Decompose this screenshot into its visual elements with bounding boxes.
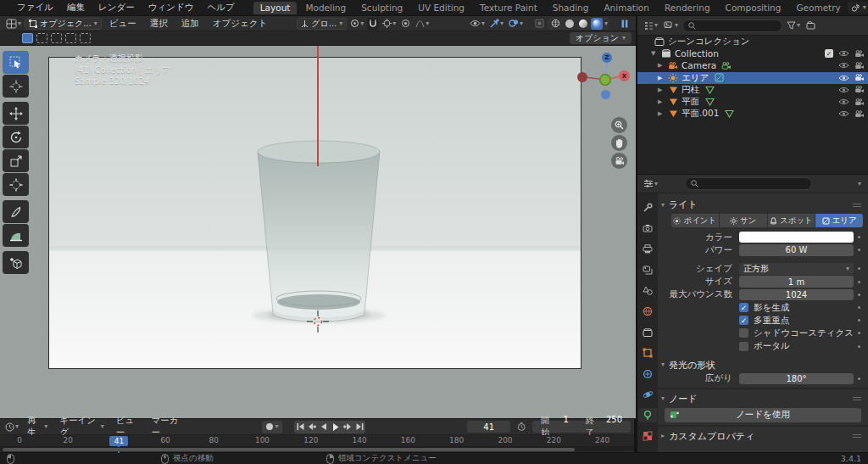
tab-view-layer[interactable] bbox=[638, 263, 657, 277]
render-visibility-icon[interactable] bbox=[854, 74, 865, 81]
tool-rotate[interactable] bbox=[3, 126, 29, 148]
new-collection-button[interactable] bbox=[804, 20, 817, 31]
caustics-checkbox[interactable] bbox=[739, 328, 748, 338]
hide-eye-icon[interactable] bbox=[838, 50, 849, 57]
snap-toggle[interactable] bbox=[367, 18, 379, 30]
menu-window[interactable]: ウィンドウ bbox=[142, 2, 201, 14]
use-nodes-button[interactable]: ノードを使用 bbox=[665, 408, 861, 422]
tab-geometry-nodes[interactable]: Geometry bbox=[789, 2, 847, 14]
tab-object[interactable] bbox=[638, 346, 657, 361]
outliner-filter[interactable]: ▾ bbox=[785, 20, 802, 31]
transform-orientation-dropdown[interactable]: グロ... ▾ bbox=[297, 18, 347, 30]
tool-add-cube[interactable] bbox=[3, 251, 29, 274]
tab-output[interactable] bbox=[638, 242, 657, 256]
tab-shading[interactable]: Shading bbox=[546, 2, 596, 14]
select-mode-extend[interactable] bbox=[36, 33, 47, 43]
axis-x-positive[interactable]: X bbox=[619, 70, 630, 81]
playhead[interactable]: 41 bbox=[109, 436, 128, 447]
gizmos-toggle[interactable]: ▾ bbox=[488, 18, 505, 30]
light-type-sun[interactable]: サン bbox=[720, 214, 767, 227]
pan-hand-button[interactable] bbox=[611, 135, 627, 151]
timeline-editor-type[interactable]: ▾ bbox=[3, 421, 20, 433]
play-button[interactable] bbox=[330, 421, 342, 433]
tool-options-button[interactable]: オプション ▾ bbox=[570, 32, 632, 44]
menu-object[interactable]: オブジェクト bbox=[207, 18, 273, 30]
outliner-filter-id[interactable]: ▾ bbox=[662, 20, 680, 31]
show-object-types-dropdown[interactable]: ▾ bbox=[468, 18, 487, 30]
tab-physics[interactable] bbox=[638, 388, 657, 402]
size-slider[interactable]: 1 m bbox=[739, 276, 854, 288]
tab-sculpting[interactable]: Sculpting bbox=[354, 2, 409, 14]
shading-rendered[interactable] bbox=[591, 18, 603, 30]
viewport-canvas[interactable]: カメラ・透視投影 (41) Collection | エリア Sample 32… bbox=[0, 46, 636, 418]
custom-properties-header[interactable]: ▸ カスタムプロパティ bbox=[661, 429, 865, 444]
menu-view[interactable]: ビュー bbox=[103, 18, 142, 30]
color-swatch[interactable] bbox=[739, 232, 854, 243]
tab-texture-paint[interactable]: Texture Paint bbox=[473, 2, 544, 14]
menu-select[interactable]: 選択 bbox=[144, 18, 174, 30]
select-mode-intersect[interactable] bbox=[80, 33, 91, 43]
tab-rendering[interactable]: Rendering bbox=[658, 2, 717, 14]
shading-wireframe[interactable] bbox=[549, 18, 562, 30]
animate-dot[interactable] bbox=[854, 306, 865, 309]
xray-toggle[interactable] bbox=[533, 18, 546, 30]
properties-search-input[interactable] bbox=[685, 177, 812, 190]
outliner-display-mode[interactable]: ▾ bbox=[642, 20, 659, 31]
beam-panel-header[interactable]: ▾ 発光の形状 bbox=[661, 358, 865, 372]
light-panel-header[interactable]: ▾ ライト bbox=[661, 198, 865, 212]
animate-dot[interactable] bbox=[854, 281, 865, 283]
outliner-row-area-light[interactable]: ▶ エリア bbox=[637, 72, 868, 84]
tab-world[interactable] bbox=[638, 305, 657, 319]
tab-animation[interactable]: Animation bbox=[597, 2, 656, 14]
play-reverse-button[interactable] bbox=[318, 421, 330, 433]
next-keyframe-button[interactable] bbox=[342, 421, 353, 433]
menu-add[interactable]: 追加 bbox=[175, 18, 205, 30]
outliner-row-cylinder[interactable]: ▶ 円柱 bbox=[637, 84, 868, 96]
mode-dropdown[interactable]: オブジェク... ▾ bbox=[25, 18, 102, 30]
spread-slider[interactable]: 180° bbox=[739, 373, 854, 385]
render-pause-button[interactable] bbox=[620, 18, 630, 30]
axis-y-negative[interactable] bbox=[599, 74, 611, 86]
select-mode-invert[interactable] bbox=[65, 33, 76, 43]
tab-tool[interactable] bbox=[638, 200, 657, 215]
hide-eye-icon[interactable] bbox=[838, 75, 849, 81]
animate-dot[interactable] bbox=[854, 293, 865, 296]
current-frame-field[interactable]: 41 bbox=[467, 421, 509, 433]
pivot-point-dropdown[interactable]: ▾ bbox=[348, 18, 365, 30]
menu-render[interactable]: レンダー bbox=[92, 2, 142, 14]
outliner-row-plane-001[interactable]: ▶ 平面.001 bbox=[637, 108, 868, 120]
shading-solid[interactable] bbox=[564, 18, 576, 30]
animate-dot[interactable] bbox=[854, 249, 865, 251]
animate-dot[interactable] bbox=[854, 267, 865, 270]
light-type-spot[interactable]: スポット bbox=[768, 214, 815, 227]
expand-arrow[interactable]: ▶ bbox=[658, 87, 667, 93]
expand-arrow[interactable]: ▶ bbox=[658, 62, 667, 69]
tab-collection[interactable] bbox=[638, 325, 657, 339]
tool-cursor[interactable] bbox=[3, 75, 29, 98]
render-visibility-icon[interactable] bbox=[854, 50, 865, 58]
tab-modeling[interactable]: Modeling bbox=[298, 2, 353, 14]
overlays-toggle[interactable]: ▾ bbox=[507, 18, 525, 30]
menu-help[interactable]: ヘルプ bbox=[200, 2, 241, 14]
portal-checkbox[interactable] bbox=[739, 342, 748, 351]
outliner-row-camera[interactable]: ▶ Camera bbox=[637, 59, 868, 71]
render-visibility-icon[interactable] bbox=[854, 110, 865, 118]
proportional-edit-toggle[interactable] bbox=[399, 18, 412, 30]
tool-select-box[interactable] bbox=[3, 51, 29, 74]
shape-dropdown[interactable]: 正方形▾ bbox=[739, 263, 854, 275]
expand-arrow[interactable]: ▼ bbox=[651, 50, 660, 57]
hide-eye-icon[interactable] bbox=[838, 62, 849, 69]
timeline-scrollbar[interactable] bbox=[0, 447, 634, 451]
properties-options-chevron[interactable]: ▾ bbox=[858, 181, 861, 187]
tool-move[interactable] bbox=[3, 102, 29, 125]
mis-checkbox[interactable]: ✓ bbox=[739, 316, 748, 325]
collection-checkbox[interactable]: ✓ bbox=[825, 49, 833, 58]
animate-dot[interactable] bbox=[854, 236, 865, 238]
tool-transform[interactable] bbox=[3, 173, 29, 196]
tab-constraints[interactable] bbox=[638, 366, 657, 381]
tool-annotate[interactable] bbox=[3, 200, 29, 223]
shading-material[interactable] bbox=[577, 18, 589, 30]
falloff-dropdown[interactable]: ▾ bbox=[414, 18, 431, 30]
axis-x-negative[interactable] bbox=[577, 72, 587, 82]
zoom-button[interactable] bbox=[611, 117, 627, 133]
